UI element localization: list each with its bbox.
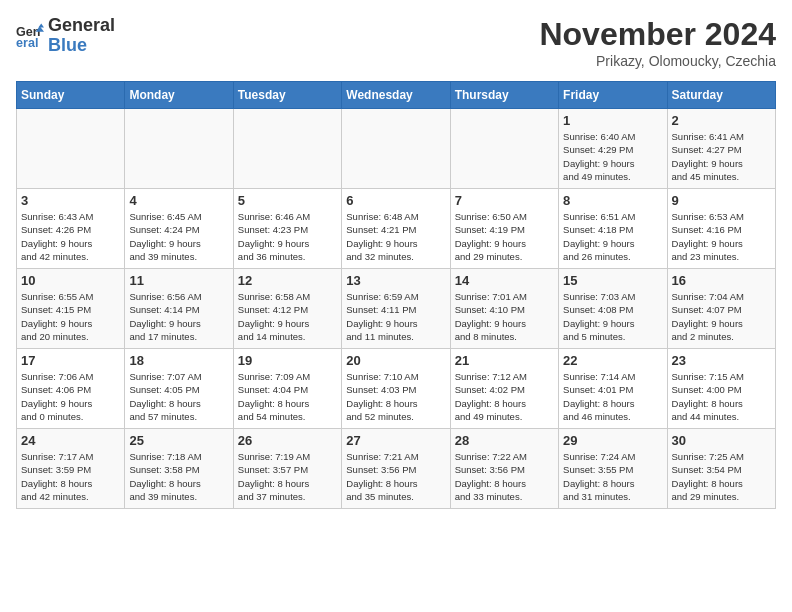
day-number: 27 <box>346 433 445 448</box>
calendar-cell: 21Sunrise: 7:12 AM Sunset: 4:02 PM Dayli… <box>450 349 558 429</box>
day-number: 3 <box>21 193 120 208</box>
calendar-cell: 20Sunrise: 7:10 AM Sunset: 4:03 PM Dayli… <box>342 349 450 429</box>
day-number: 18 <box>129 353 228 368</box>
day-info: Sunrise: 6:53 AM Sunset: 4:16 PM Dayligh… <box>672 210 771 263</box>
calendar-cell: 11Sunrise: 6:56 AM Sunset: 4:14 PM Dayli… <box>125 269 233 349</box>
day-number: 11 <box>129 273 228 288</box>
day-info: Sunrise: 6:46 AM Sunset: 4:23 PM Dayligh… <box>238 210 337 263</box>
calendar-cell: 4Sunrise: 6:45 AM Sunset: 4:24 PM Daylig… <box>125 189 233 269</box>
day-info: Sunrise: 7:07 AM Sunset: 4:05 PM Dayligh… <box>129 370 228 423</box>
day-number: 25 <box>129 433 228 448</box>
day-info: Sunrise: 6:51 AM Sunset: 4:18 PM Dayligh… <box>563 210 662 263</box>
day-number: 17 <box>21 353 120 368</box>
day-number: 23 <box>672 353 771 368</box>
weekday-header-thursday: Thursday <box>450 82 558 109</box>
day-info: Sunrise: 7:06 AM Sunset: 4:06 PM Dayligh… <box>21 370 120 423</box>
day-info: Sunrise: 7:21 AM Sunset: 3:56 PM Dayligh… <box>346 450 445 503</box>
logo-text-blue: Blue <box>48 35 87 55</box>
calendar-cell: 8Sunrise: 6:51 AM Sunset: 4:18 PM Daylig… <box>559 189 667 269</box>
calendar-cell: 25Sunrise: 7:18 AM Sunset: 3:58 PM Dayli… <box>125 429 233 509</box>
day-number: 28 <box>455 433 554 448</box>
calendar-cell: 23Sunrise: 7:15 AM Sunset: 4:00 PM Dayli… <box>667 349 775 429</box>
weekday-header-friday: Friday <box>559 82 667 109</box>
day-info: Sunrise: 7:15 AM Sunset: 4:00 PM Dayligh… <box>672 370 771 423</box>
calendar-cell: 26Sunrise: 7:19 AM Sunset: 3:57 PM Dayli… <box>233 429 341 509</box>
calendar-cell: 17Sunrise: 7:06 AM Sunset: 4:06 PM Dayli… <box>17 349 125 429</box>
day-info: Sunrise: 6:55 AM Sunset: 4:15 PM Dayligh… <box>21 290 120 343</box>
day-info: Sunrise: 6:41 AM Sunset: 4:27 PM Dayligh… <box>672 130 771 183</box>
calendar-cell: 12Sunrise: 6:58 AM Sunset: 4:12 PM Dayli… <box>233 269 341 349</box>
calendar-cell: 2Sunrise: 6:41 AM Sunset: 4:27 PM Daylig… <box>667 109 775 189</box>
day-number: 22 <box>563 353 662 368</box>
title-section: November 2024 Prikazy, Olomoucky, Czechi… <box>539 16 776 69</box>
day-number: 20 <box>346 353 445 368</box>
day-info: Sunrise: 7:04 AM Sunset: 4:07 PM Dayligh… <box>672 290 771 343</box>
weekday-header-sunday: Sunday <box>17 82 125 109</box>
calendar-cell: 24Sunrise: 7:17 AM Sunset: 3:59 PM Dayli… <box>17 429 125 509</box>
weekday-header-saturday: Saturday <box>667 82 775 109</box>
day-number: 6 <box>346 193 445 208</box>
weekday-header-row: SundayMondayTuesdayWednesdayThursdayFrid… <box>17 82 776 109</box>
logo: Gen eral General Blue <box>16 16 115 56</box>
day-number: 30 <box>672 433 771 448</box>
weekday-header-monday: Monday <box>125 82 233 109</box>
week-row-4: 17Sunrise: 7:06 AM Sunset: 4:06 PM Dayli… <box>17 349 776 429</box>
weekday-header-wednesday: Wednesday <box>342 82 450 109</box>
day-number: 19 <box>238 353 337 368</box>
day-info: Sunrise: 6:48 AM Sunset: 4:21 PM Dayligh… <box>346 210 445 263</box>
day-number: 15 <box>563 273 662 288</box>
day-info: Sunrise: 7:14 AM Sunset: 4:01 PM Dayligh… <box>563 370 662 423</box>
calendar-cell: 10Sunrise: 6:55 AM Sunset: 4:15 PM Dayli… <box>17 269 125 349</box>
calendar-cell: 27Sunrise: 7:21 AM Sunset: 3:56 PM Dayli… <box>342 429 450 509</box>
calendar-cell <box>233 109 341 189</box>
calendar-cell: 18Sunrise: 7:07 AM Sunset: 4:05 PM Dayli… <box>125 349 233 429</box>
calendar-cell: 16Sunrise: 7:04 AM Sunset: 4:07 PM Dayli… <box>667 269 775 349</box>
calendar-cell <box>125 109 233 189</box>
calendar-body: 1Sunrise: 6:40 AM Sunset: 4:29 PM Daylig… <box>17 109 776 509</box>
calendar-cell: 3Sunrise: 6:43 AM Sunset: 4:26 PM Daylig… <box>17 189 125 269</box>
day-info: Sunrise: 6:43 AM Sunset: 4:26 PM Dayligh… <box>21 210 120 263</box>
day-info: Sunrise: 7:24 AM Sunset: 3:55 PM Dayligh… <box>563 450 662 503</box>
calendar-cell: 28Sunrise: 7:22 AM Sunset: 3:56 PM Dayli… <box>450 429 558 509</box>
weekday-header-tuesday: Tuesday <box>233 82 341 109</box>
day-number: 16 <box>672 273 771 288</box>
logo-icon: Gen eral <box>16 22 44 50</box>
day-info: Sunrise: 7:09 AM Sunset: 4:04 PM Dayligh… <box>238 370 337 423</box>
calendar-subtitle: Prikazy, Olomoucky, Czechia <box>539 53 776 69</box>
day-number: 14 <box>455 273 554 288</box>
day-info: Sunrise: 7:18 AM Sunset: 3:58 PM Dayligh… <box>129 450 228 503</box>
day-number: 21 <box>455 353 554 368</box>
calendar-cell: 14Sunrise: 7:01 AM Sunset: 4:10 PM Dayli… <box>450 269 558 349</box>
day-info: Sunrise: 6:58 AM Sunset: 4:12 PM Dayligh… <box>238 290 337 343</box>
calendar-cell: 19Sunrise: 7:09 AM Sunset: 4:04 PM Dayli… <box>233 349 341 429</box>
day-number: 1 <box>563 113 662 128</box>
logo-text-general: General <box>48 15 115 35</box>
day-number: 12 <box>238 273 337 288</box>
day-info: Sunrise: 6:56 AM Sunset: 4:14 PM Dayligh… <box>129 290 228 343</box>
week-row-1: 1Sunrise: 6:40 AM Sunset: 4:29 PM Daylig… <box>17 109 776 189</box>
day-info: Sunrise: 6:45 AM Sunset: 4:24 PM Dayligh… <box>129 210 228 263</box>
calendar-cell: 13Sunrise: 6:59 AM Sunset: 4:11 PM Dayli… <box>342 269 450 349</box>
calendar-cell <box>342 109 450 189</box>
day-number: 4 <box>129 193 228 208</box>
calendar-cell: 5Sunrise: 6:46 AM Sunset: 4:23 PM Daylig… <box>233 189 341 269</box>
day-number: 26 <box>238 433 337 448</box>
day-number: 7 <box>455 193 554 208</box>
day-info: Sunrise: 7:25 AM Sunset: 3:54 PM Dayligh… <box>672 450 771 503</box>
day-info: Sunrise: 6:50 AM Sunset: 4:19 PM Dayligh… <box>455 210 554 263</box>
day-info: Sunrise: 6:40 AM Sunset: 4:29 PM Dayligh… <box>563 130 662 183</box>
week-row-3: 10Sunrise: 6:55 AM Sunset: 4:15 PM Dayli… <box>17 269 776 349</box>
day-number: 5 <box>238 193 337 208</box>
day-number: 9 <box>672 193 771 208</box>
calendar-cell: 30Sunrise: 7:25 AM Sunset: 3:54 PM Dayli… <box>667 429 775 509</box>
week-row-5: 24Sunrise: 7:17 AM Sunset: 3:59 PM Dayli… <box>17 429 776 509</box>
calendar-cell: 15Sunrise: 7:03 AM Sunset: 4:08 PM Dayli… <box>559 269 667 349</box>
day-info: Sunrise: 7:22 AM Sunset: 3:56 PM Dayligh… <box>455 450 554 503</box>
day-info: Sunrise: 7:19 AM Sunset: 3:57 PM Dayligh… <box>238 450 337 503</box>
day-number: 13 <box>346 273 445 288</box>
day-info: Sunrise: 7:17 AM Sunset: 3:59 PM Dayligh… <box>21 450 120 503</box>
calendar-table: SundayMondayTuesdayWednesdayThursdayFrid… <box>16 81 776 509</box>
day-number: 8 <box>563 193 662 208</box>
week-row-2: 3Sunrise: 6:43 AM Sunset: 4:26 PM Daylig… <box>17 189 776 269</box>
calendar-cell: 1Sunrise: 6:40 AM Sunset: 4:29 PM Daylig… <box>559 109 667 189</box>
